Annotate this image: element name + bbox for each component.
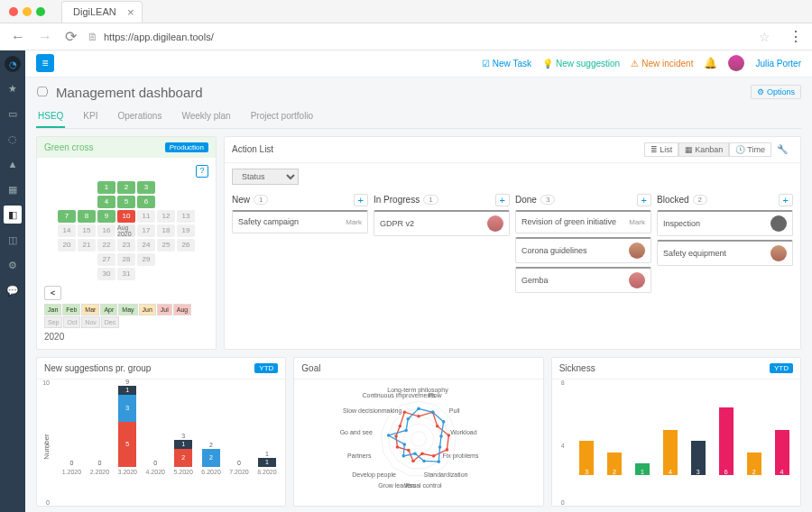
browser-menu-icon[interactable]: ⋮ bbox=[780, 28, 803, 45]
sidebar-bulb-icon[interactable]: ◌ bbox=[4, 130, 22, 148]
kanban-card[interactable]: Safety equipment bbox=[657, 240, 793, 266]
view-kanban-button[interactable]: ▦ Kanban bbox=[678, 142, 729, 157]
sidebar-chat-icon[interactable]: 💬 bbox=[4, 281, 22, 299]
calendar-cell[interactable]: 5 bbox=[117, 196, 135, 208]
calendar-cell[interactable]: 26 bbox=[177, 239, 195, 251]
tab-weekly-plan[interactable]: Weekly plan bbox=[180, 105, 232, 128]
sidebar-doc-icon[interactable]: ◧ bbox=[4, 206, 22, 224]
calendar-cell[interactable]: 20 bbox=[58, 239, 76, 251]
card-avatar bbox=[487, 215, 503, 232]
sidebar-settings-icon[interactable]: ⚙ bbox=[4, 256, 22, 274]
address-bar[interactable]: 🗎 https://app.digilean.tools/ bbox=[88, 31, 750, 43]
kanban-card[interactable]: Safety campaignMark bbox=[232, 210, 368, 233]
month-jun[interactable]: Jun bbox=[139, 304, 156, 315]
reload-button[interactable]: ⟳ bbox=[63, 28, 78, 45]
new-task-button[interactable]: ☑ New Task bbox=[482, 59, 531, 69]
calendar-cell[interactable]: 14 bbox=[58, 224, 76, 237]
calendar-cell[interactable]: 22 bbox=[97, 239, 115, 251]
calendar-cell[interactable]: 3 bbox=[137, 181, 155, 194]
month-nov[interactable]: Nov bbox=[81, 316, 99, 328]
view-list-button[interactable]: ≣ List bbox=[644, 142, 678, 157]
sidebar-board-icon[interactable]: ▦ bbox=[4, 180, 22, 198]
back-button[interactable]: ← bbox=[9, 29, 27, 45]
calendar-cell[interactable]: 6 bbox=[137, 196, 155, 208]
month-jan[interactable]: Jan bbox=[44, 304, 61, 315]
calendar-cell[interactable]: 27 bbox=[97, 253, 115, 266]
sidebar-chart-icon[interactable]: ◫ bbox=[4, 231, 22, 249]
calendar-cell[interactable]: 28 bbox=[117, 253, 135, 266]
tab-project-portfolio[interactable]: Project portfolio bbox=[249, 105, 315, 128]
new-suggestion-button[interactable]: 💡 New suggestion bbox=[542, 59, 620, 69]
help-icon[interactable]: ? bbox=[196, 165, 208, 178]
add-card-button[interactable]: + bbox=[637, 194, 651, 206]
month-jul[interactable]: Jul bbox=[157, 304, 172, 315]
month-feb[interactable]: Feb bbox=[62, 304, 80, 315]
month-apr[interactable]: Apr bbox=[100, 304, 117, 315]
browser-tab[interactable]: DigiLEAN × bbox=[61, 1, 143, 23]
view-time-button[interactable]: 🕓 Time bbox=[729, 142, 771, 157]
tab-operations[interactable]: Operations bbox=[115, 105, 163, 128]
calendar-cell[interactable]: 16 bbox=[97, 224, 115, 237]
add-card-button[interactable]: + bbox=[779, 194, 793, 206]
app-logo-icon[interactable]: ◔ bbox=[5, 56, 21, 72]
menu-toggle-button[interactable]: ≡ bbox=[36, 54, 54, 72]
forward-button[interactable]: → bbox=[36, 29, 54, 45]
close-tab-icon[interactable]: × bbox=[127, 5, 134, 19]
kanban-card[interactable]: Gemba bbox=[515, 267, 651, 293]
calendar-cell[interactable]: 10 bbox=[117, 210, 135, 223]
bookmark-icon[interactable]: ☆ bbox=[759, 30, 770, 44]
tab-kpi[interactable]: KPI bbox=[81, 105, 99, 128]
kanban-card[interactable]: Revision of green initiativeMark bbox=[515, 210, 651, 233]
calendar-cell[interactable]: 2 bbox=[117, 181, 135, 194]
minimize-window-button[interactable] bbox=[23, 7, 32, 16]
sidebar-monitor-icon[interactable]: ▭ bbox=[4, 105, 22, 123]
calendar-cell[interactable]: 23 bbox=[117, 239, 135, 251]
add-card-button[interactable]: + bbox=[495, 194, 510, 206]
month-mar[interactable]: Mar bbox=[81, 304, 99, 315]
close-window-button[interactable] bbox=[9, 7, 18, 16]
calendar-cell[interactable]: 1 bbox=[97, 181, 115, 194]
user-avatar[interactable] bbox=[728, 55, 744, 71]
year-prev-button[interactable]: < bbox=[44, 286, 61, 300]
wrench-icon[interactable]: 🔧 bbox=[771, 142, 793, 156]
month-oct[interactable]: Oct bbox=[63, 316, 80, 328]
calendar-cell[interactable]: 9 bbox=[97, 210, 115, 223]
radar-label: Grow leaders bbox=[374, 482, 420, 489]
kanban-card[interactable]: Inspection bbox=[657, 210, 793, 236]
card-avatar bbox=[770, 245, 787, 261]
new-incident-button[interactable]: ⚠ New incident bbox=[631, 59, 693, 69]
calendar-cell[interactable]: Aug 2020 bbox=[117, 224, 135, 237]
calendar-cell[interactable]: 17 bbox=[137, 224, 155, 237]
month-sep[interactable]: Sep bbox=[44, 316, 62, 328]
sidebar-warning-icon[interactable]: ▲ bbox=[4, 155, 22, 173]
calendar-cell[interactable]: 29 bbox=[137, 253, 155, 266]
sidebar-star-icon[interactable]: ★ bbox=[4, 79, 22, 97]
month-dec[interactable]: Dec bbox=[101, 316, 119, 328]
calendar-cell[interactable]: 19 bbox=[177, 224, 195, 237]
kanban-card[interactable]: GDPR v2 bbox=[374, 210, 510, 236]
bell-icon[interactable]: 🔔 bbox=[704, 57, 717, 69]
month-may[interactable]: May bbox=[118, 304, 137, 315]
svg-point-26 bbox=[422, 460, 426, 463]
status-filter-select[interactable]: Status bbox=[232, 169, 299, 185]
month-aug[interactable]: Aug bbox=[173, 304, 191, 315]
tab-hseq[interactable]: HSEQ bbox=[36, 105, 65, 128]
kanban-card[interactable]: Corona guidelines bbox=[515, 237, 651, 263]
calendar-cell[interactable]: 18 bbox=[157, 224, 175, 237]
maximize-window-button[interactable] bbox=[36, 7, 45, 16]
calendar-cell[interactable]: 15 bbox=[78, 224, 96, 237]
calendar-cell[interactable]: 13 bbox=[177, 210, 195, 223]
calendar-cell[interactable]: 25 bbox=[157, 239, 175, 251]
calendar-cell[interactable]: 31 bbox=[117, 268, 135, 280]
calendar-cell[interactable]: 4 bbox=[97, 196, 115, 208]
user-name[interactable]: Julia Porter bbox=[755, 59, 801, 69]
calendar-cell[interactable]: 11 bbox=[137, 210, 155, 223]
options-button[interactable]: ⚙ Options bbox=[751, 85, 801, 99]
calendar-cell[interactable]: 21 bbox=[78, 239, 96, 251]
add-card-button[interactable]: + bbox=[354, 194, 368, 206]
calendar-cell[interactable]: 30 bbox=[97, 268, 115, 280]
calendar-cell[interactable]: 12 bbox=[157, 210, 175, 223]
calendar-cell[interactable]: 8 bbox=[78, 210, 96, 223]
calendar-cell[interactable]: 7 bbox=[58, 210, 76, 223]
calendar-cell[interactable]: 24 bbox=[137, 239, 155, 251]
